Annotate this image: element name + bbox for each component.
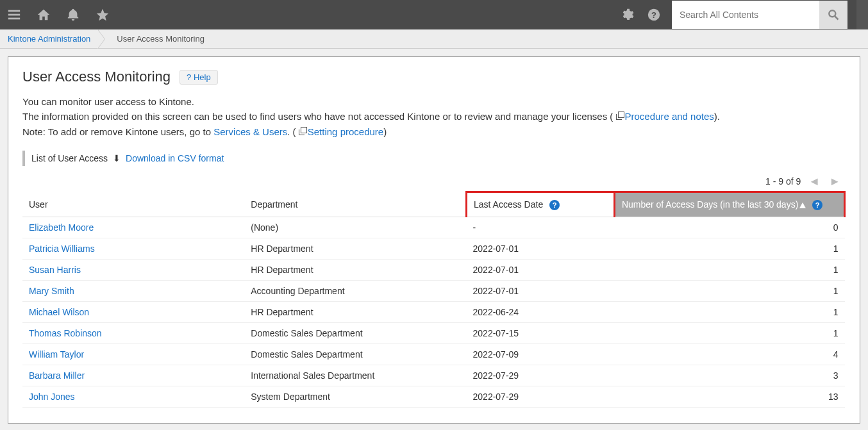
download-icon: ⬇ bbox=[113, 153, 121, 163]
gear-icon[interactable] bbox=[618, 6, 636, 24]
search-input[interactable] bbox=[672, 1, 819, 29]
cell-department: HR Department bbox=[244, 302, 466, 323]
download-csv-link[interactable]: Download in CSV format bbox=[126, 153, 224, 163]
help-button[interactable]: ? Help bbox=[179, 70, 218, 85]
svg-line-6 bbox=[835, 17, 839, 20]
external-link-icon bbox=[299, 128, 306, 135]
cell-access-days: 0 bbox=[614, 217, 844, 238]
col-header-last-access-date[interactable]: Last Access Date ? bbox=[467, 192, 615, 217]
cell-last-access-date: 2022-07-01 bbox=[467, 260, 615, 281]
col-header-user[interactable]: User bbox=[22, 192, 244, 217]
cell-department: (None) bbox=[244, 217, 466, 238]
cell-department: International Sales Department bbox=[244, 365, 466, 386]
scrollbar-placeholder bbox=[856, 0, 868, 29]
user-link[interactable]: Mary Smith bbox=[29, 286, 74, 296]
svg-rect-0 bbox=[8, 10, 20, 12]
breadcrumb-current: User Access Monitoring bbox=[105, 34, 204, 44]
table-row: Thomas RobinsonDomestic Sales Department… bbox=[22, 323, 845, 344]
user-link[interactable]: Barbara Miller bbox=[29, 370, 85, 381]
cell-department: System Department bbox=[244, 386, 466, 408]
cell-department: Domestic Sales Department bbox=[244, 323, 466, 344]
external-link-icon bbox=[616, 113, 623, 120]
user-link[interactable]: Thomas Robinson bbox=[29, 328, 102, 338]
setting-procedure-link[interactable]: Setting procedure bbox=[308, 126, 383, 137]
pager: 1 - 9 of 9 ◄ ► bbox=[22, 175, 846, 188]
cell-last-access-date: - bbox=[467, 217, 615, 238]
user-link[interactable]: Patricia Williams bbox=[29, 244, 95, 254]
user-link[interactable]: Susan Harris bbox=[29, 265, 81, 275]
table-row: Patricia WilliamsHR Department2022-07-01… bbox=[22, 238, 845, 260]
cell-access-days: 1 bbox=[614, 238, 844, 260]
search-icon bbox=[827, 8, 840, 21]
svg-rect-2 bbox=[8, 18, 20, 20]
desc-line1: You can monitor user access to Kintone. bbox=[22, 94, 846, 109]
svg-text:?: ? bbox=[651, 10, 656, 20]
pager-next[interactable]: ► bbox=[828, 175, 842, 188]
cell-department: HR Department bbox=[244, 238, 466, 260]
col-header-access-days[interactable]: Number of Access Days (in the last 30 da… bbox=[614, 192, 844, 217]
user-link[interactable]: Elizabeth Moore bbox=[29, 222, 94, 233]
topbar-left bbox=[5, 6, 112, 24]
menu-icon[interactable] bbox=[5, 6, 23, 24]
desc-line2: The information provided on this screen … bbox=[22, 109, 846, 124]
breadcrumb-root[interactable]: Kintone Administration bbox=[8, 34, 98, 44]
home-icon[interactable] bbox=[35, 6, 53, 24]
bell-icon[interactable] bbox=[64, 6, 82, 24]
topbar: ? bbox=[0, 0, 868, 29]
cell-access-days: 1 bbox=[614, 281, 844, 302]
procedure-notes-link[interactable]: Procedure and notes bbox=[625, 111, 714, 122]
col-header-department[interactable]: Department bbox=[244, 192, 466, 217]
table-row: Elizabeth Moore(None)-0 bbox=[22, 217, 845, 238]
table-row: Mary SmithAccounting Department2022-07-0… bbox=[22, 281, 845, 302]
cell-last-access-date: 2022-07-29 bbox=[467, 365, 615, 386]
cell-department: HR Department bbox=[244, 260, 466, 281]
cell-department: Domestic Sales Department bbox=[244, 344, 466, 365]
table-row: John JonesSystem Department2022-07-2913 bbox=[22, 386, 845, 408]
svg-rect-1 bbox=[8, 14, 20, 16]
cell-access-days: 1 bbox=[614, 323, 844, 344]
help-q-icon[interactable]: ? bbox=[812, 200, 822, 210]
page-wrap: User Access Monitoring ? Help You can mo… bbox=[0, 49, 868, 430]
user-link[interactable]: John Jones bbox=[29, 392, 75, 402]
cell-department: Accounting Department bbox=[244, 281, 466, 302]
user-link[interactable]: Michael Wilson bbox=[29, 307, 89, 317]
table-row: Barbara MillerInternational Sales Depart… bbox=[22, 365, 845, 386]
cell-last-access-date: 2022-06-24 bbox=[467, 302, 615, 323]
pager-text: 1 - 9 of 9 bbox=[765, 176, 801, 186]
sort-asc-icon bbox=[799, 203, 806, 208]
breadcrumb-separator bbox=[98, 29, 105, 49]
title-row: User Access Monitoring ? Help bbox=[22, 69, 846, 85]
table-row: William TaylorDomestic Sales Department2… bbox=[22, 344, 845, 365]
desc-line3: Note: To add or remove Kintone users, go… bbox=[22, 124, 846, 139]
cell-access-days: 13 bbox=[614, 386, 844, 408]
cell-access-days: 4 bbox=[614, 344, 844, 365]
table-row: Susan HarrisHR Department2022-07-011 bbox=[22, 260, 845, 281]
page-card: User Access Monitoring ? Help You can mo… bbox=[8, 56, 860, 424]
list-title: List of User Access bbox=[31, 153, 108, 163]
cell-access-days: 1 bbox=[614, 260, 844, 281]
user-link[interactable]: William Taylor bbox=[29, 349, 84, 360]
star-icon[interactable] bbox=[94, 6, 112, 24]
breadcrumb: Kintone Administration User Access Monit… bbox=[0, 29, 868, 49]
cell-last-access-date: 2022-07-15 bbox=[467, 323, 615, 344]
cell-access-days: 1 bbox=[614, 302, 844, 323]
help-q-icon[interactable]: ? bbox=[549, 200, 560, 210]
search-wrap bbox=[672, 1, 847, 29]
cell-access-days: 3 bbox=[614, 365, 844, 386]
table-row: Michael WilsonHR Department2022-06-241 bbox=[22, 302, 845, 323]
search-button[interactable] bbox=[819, 1, 847, 29]
cell-last-access-date: 2022-07-09 bbox=[467, 344, 615, 365]
pager-prev[interactable]: ◄ bbox=[807, 175, 821, 188]
cell-last-access-date: 2022-07-01 bbox=[467, 238, 615, 260]
list-header: List of User Access ⬇ Download in CSV fo… bbox=[22, 151, 846, 166]
user-access-table: User Department Last Access Date ? Numbe… bbox=[22, 191, 846, 408]
cell-last-access-date: 2022-07-01 bbox=[467, 281, 615, 302]
topbar-right: ? bbox=[618, 0, 868, 29]
services-users-link[interactable]: Services & Users bbox=[213, 126, 287, 137]
description: You can monitor user access to Kintone. … bbox=[22, 94, 846, 139]
page-title: User Access Monitoring bbox=[22, 69, 171, 85]
cell-last-access-date: 2022-07-29 bbox=[467, 386, 615, 408]
svg-point-5 bbox=[829, 10, 835, 17]
help-icon[interactable]: ? bbox=[645, 6, 663, 24]
